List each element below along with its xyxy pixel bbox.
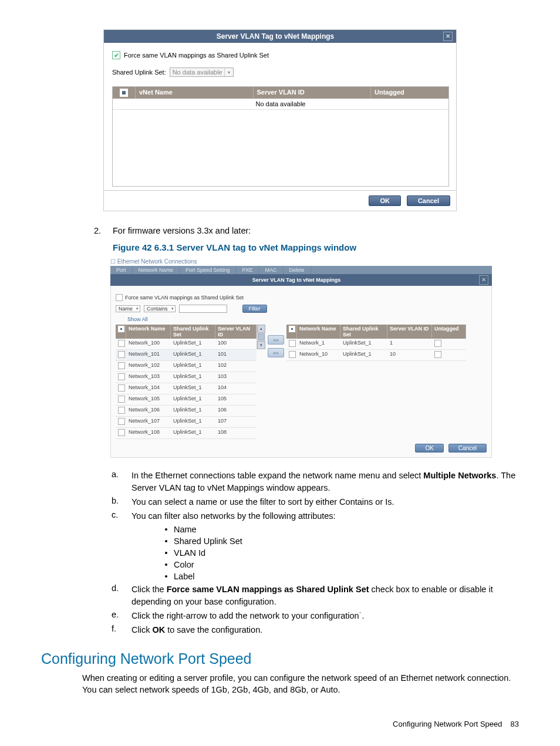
column-header-row: Port Network Name Port Speed Setting PXE… <box>110 266 492 274</box>
bullet-icon: • <box>158 560 174 569</box>
chevron-down-icon: ▾ <box>136 306 139 311</box>
table-row[interactable]: Network_101UplinkSet_1101 <box>116 350 257 361</box>
col-delete: Delete <box>284 266 311 274</box>
cell-server-vlan-id: 104 <box>215 383 257 394</box>
show-all-link[interactable]: Show All <box>127 316 148 322</box>
force-vlan-label: Force same VLAN mappings as Shared Uplin… <box>125 295 244 301</box>
cell-shared-uplink-set: UplinkSet_1 <box>171 350 215 360</box>
step-label: c. <box>112 510 131 522</box>
row-checkbox[interactable] <box>289 351 296 358</box>
force-vlan-checkbox[interactable] <box>116 294 123 301</box>
inner-dialog-title: Server VLAN Tag to vNet Mappings <box>114 277 479 283</box>
cell-network-name: Network_10 <box>297 350 340 360</box>
table-row[interactable]: Network_10UplinkSet_110 <box>286 350 466 361</box>
cell-server-vlan-id: 103 <box>215 372 257 383</box>
row-checkbox[interactable] <box>289 340 296 347</box>
cell-network-name: Network_102 <box>126 361 171 372</box>
cell-server-vlan-id: 10 <box>387 350 432 360</box>
window-title: ☐ Ethernet Network Connections <box>110 258 492 265</box>
cell-network-name: Network_1 <box>297 339 340 349</box>
col-port-speed: Port Speed Setting <box>180 266 237 274</box>
force-vlan-checkbox[interactable]: ✔ <box>112 51 120 59</box>
chevron-down-icon: ▾ <box>224 68 233 76</box>
force-vlan-label: Force same VLAN mappings as Shared Uplin… <box>124 52 269 59</box>
filter-input[interactable] <box>179 305 227 313</box>
col-server-vlan-id: Server VLAN ID <box>254 87 372 99</box>
untagged-checkbox[interactable] <box>434 351 441 358</box>
table-row[interactable]: Network_108UplinkSet_1108 <box>116 428 257 439</box>
shared-uplink-set-select[interactable]: No data available ▾ <box>170 67 234 77</box>
col-network-name: Network Name <box>133 266 180 274</box>
step-f-text: Click OK to save the configuration. <box>131 624 519 636</box>
bullet-text: Label <box>174 572 519 581</box>
vlan-dialog-populated: ☐ Ethernet Network Connections Port Netw… <box>110 258 492 458</box>
table-row[interactable]: Network_104UplinkSet_1104 <box>116 383 257 394</box>
dialog-titlebar: Server VLAN Tag to vNet Mappings ✕ <box>104 30 456 43</box>
cancel-button[interactable]: Cancel <box>407 195 450 206</box>
col-mac: MAC <box>259 266 284 274</box>
select-all-checkbox[interactable] <box>118 326 124 332</box>
cell-shared-uplink-set: UplinkSet_1 <box>171 361 215 372</box>
col-shared-uplink-set: Shared Uplink Set <box>340 325 387 339</box>
footer-page-number: 83 <box>511 720 519 728</box>
bullet-text: Color <box>174 560 519 569</box>
col-network-name: Network Name <box>297 325 340 339</box>
cell-shared-uplink-set: UplinkSet_1 <box>171 394 215 405</box>
col-port: Port <box>110 266 133 274</box>
close-icon[interactable]: ✕ <box>479 275 488 285</box>
bullet-text: Shared Uplink Set <box>174 536 519 546</box>
row-checkbox[interactable] <box>118 407 125 414</box>
select-all-checkbox[interactable] <box>289 326 295 332</box>
bullet-text: VLAN Id <box>174 548 519 558</box>
step-c-text: You can filter also networks by the foll… <box>131 510 519 522</box>
table-row[interactable]: Network_102UplinkSet_1102 <box>116 361 257 372</box>
table-row[interactable]: Network_106UplinkSet_1106 <box>116 406 257 417</box>
cell-server-vlan-id: 101 <box>215 350 257 360</box>
ok-button[interactable]: OK <box>369 195 401 206</box>
scroll-down-icon[interactable]: ▾ <box>257 341 265 349</box>
scroll-up-icon[interactable]: ▴ <box>257 325 265 333</box>
footer-label: Configuring Network Port Speed <box>393 720 502 728</box>
cancel-button[interactable]: Cancel <box>448 444 487 453</box>
section-heading: Configuring Network Port Speed <box>41 650 519 667</box>
step-a-text: In the Ethernet connections table expand… <box>131 470 519 494</box>
move-left-button[interactable]: << <box>268 348 284 357</box>
table-row[interactable]: Network_1UplinkSet_11 <box>286 339 466 350</box>
step-label: e. <box>112 610 131 622</box>
step-label: a. <box>112 470 131 494</box>
scroll-thumb[interactable] <box>258 333 265 340</box>
col-untagged: Untagged <box>371 87 448 99</box>
row-checkbox[interactable] <box>118 362 125 369</box>
select-all-checkbox[interactable] <box>120 89 128 97</box>
row-checkbox[interactable] <box>118 373 125 380</box>
cell-shared-uplink-set: UplinkSet_1 <box>171 339 215 349</box>
step-text: For firmware versions 3.3x and later: <box>113 226 251 235</box>
close-icon[interactable]: ✕ <box>443 32 453 41</box>
step-number: 2. <box>94 226 113 235</box>
ok-button[interactable]: OK <box>415 444 443 453</box>
cell-shared-uplink-set: UplinkSet_1 <box>171 406 215 416</box>
cell-server-vlan-id: 108 <box>215 428 257 438</box>
row-checkbox[interactable] <box>118 418 125 425</box>
scrollbar[interactable]: ▴ ▾ <box>257 325 265 349</box>
cell-server-vlan-id: 1 <box>387 339 432 349</box>
filter-button[interactable]: Filter <box>242 305 267 313</box>
row-checkbox[interactable] <box>118 351 125 358</box>
table-row[interactable]: Network_103UplinkSet_1103 <box>116 372 257 383</box>
table-row[interactable]: Network_107UplinkSet_1107 <box>116 417 257 428</box>
row-checkbox[interactable] <box>118 384 125 391</box>
row-checkbox[interactable] <box>118 340 125 347</box>
row-checkbox[interactable] <box>118 429 125 436</box>
filter-op-select[interactable]: Contains▾ <box>144 305 176 312</box>
move-right-button[interactable]: >> <box>268 335 284 345</box>
untagged-checkbox[interactable] <box>434 340 441 347</box>
table-row[interactable]: Network_100UplinkSet_1100 <box>116 339 257 350</box>
cell-network-name: Network_104 <box>126 383 171 394</box>
row-checkbox[interactable] <box>118 396 125 403</box>
section-body: When creating or editing a server profil… <box>82 672 519 696</box>
cell-shared-uplink-set: UplinkSet_1 <box>171 383 215 394</box>
cell-untagged <box>432 350 466 360</box>
table-row[interactable]: Network_105UplinkSet_1105 <box>116 394 257 406</box>
available-networks-grid: Network Name Shared Uplink Set Server VL… <box>116 325 257 439</box>
filter-field-select[interactable]: Name▾ <box>116 305 140 312</box>
